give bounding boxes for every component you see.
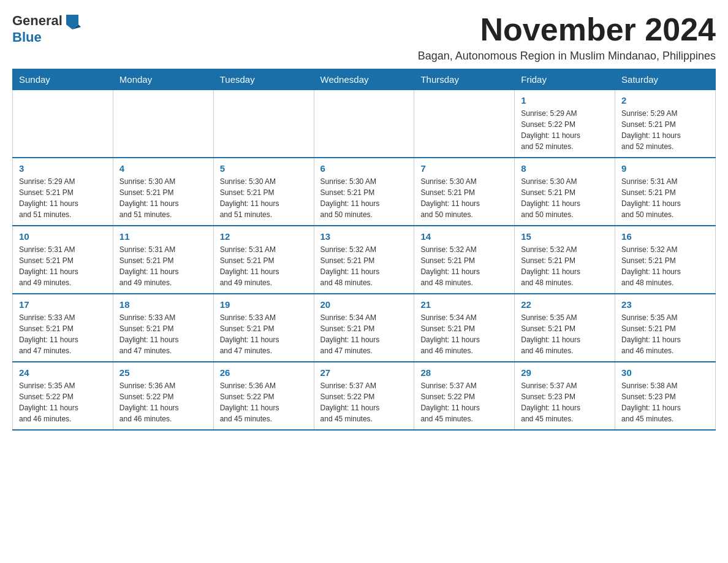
day-cell: 27Sunrise: 5:37 AMSunset: 5:22 PMDayligh… [314,362,414,430]
day-number: 8 [521,163,609,174]
day-number: 21 [420,299,508,310]
day-info: Sunrise: 5:30 AMSunset: 5:21 PMDaylight:… [320,176,408,220]
logo-top-line: General [12,12,81,29]
day-number: 15 [521,231,609,242]
day-info: Sunrise: 5:30 AMSunset: 5:21 PMDaylight:… [220,176,308,220]
subtitle: Bagan, Autonomous Region in Muslim Minda… [418,50,716,63]
day-info: Sunrise: 5:30 AMSunset: 5:21 PMDaylight:… [119,176,207,220]
day-cell: 25Sunrise: 5:36 AMSunset: 5:22 PMDayligh… [113,362,213,430]
calendar-header: SundayMondayTuesdayWednesdayThursdayFrid… [13,69,716,90]
day-number: 17 [19,299,107,310]
day-number: 27 [320,367,408,378]
day-cell: 2Sunrise: 5:29 AMSunset: 5:21 PMDaylight… [615,90,716,158]
day-cell: 7Sunrise: 5:30 AMSunset: 5:21 PMDaylight… [414,158,515,226]
header: General Blue November 2024 Bagan, Autono… [12,12,716,63]
week-row-1: 1Sunrise: 5:29 AMSunset: 5:22 PMDaylight… [13,90,716,158]
day-cell: 24Sunrise: 5:35 AMSunset: 5:22 PMDayligh… [13,362,113,430]
day-cell: 1Sunrise: 5:29 AMSunset: 5:22 PMDaylight… [515,90,615,158]
day-number: 18 [119,299,207,310]
header-cell-saturday: Saturday [615,69,716,90]
day-info: Sunrise: 5:29 AMSunset: 5:21 PMDaylight:… [19,176,107,220]
day-cell: 23Sunrise: 5:35 AMSunset: 5:21 PMDayligh… [615,294,716,362]
day-number: 20 [320,299,408,310]
day-number: 6 [320,163,408,174]
day-cell: 30Sunrise: 5:38 AMSunset: 5:23 PMDayligh… [615,362,716,430]
day-number: 30 [621,367,709,378]
header-cell-sunday: Sunday [13,69,113,90]
day-info: Sunrise: 5:33 AMSunset: 5:21 PMDaylight:… [119,312,207,356]
day-info: Sunrise: 5:32 AMSunset: 5:21 PMDaylight:… [521,244,609,288]
day-cell: 8Sunrise: 5:30 AMSunset: 5:21 PMDaylight… [515,158,615,226]
day-number: 10 [19,231,107,242]
day-number: 14 [420,231,508,242]
day-number: 26 [220,367,308,378]
day-cell: 13Sunrise: 5:32 AMSunset: 5:21 PMDayligh… [314,226,414,294]
calendar-table: SundayMondayTuesdayWednesdayThursdayFrid… [12,69,716,431]
day-cell: 10Sunrise: 5:31 AMSunset: 5:21 PMDayligh… [13,226,113,294]
day-number: 2 [621,95,709,105]
header-cell-tuesday: Tuesday [213,69,314,90]
day-cell: 6Sunrise: 5:30 AMSunset: 5:21 PMDaylight… [314,158,414,226]
day-info: Sunrise: 5:34 AMSunset: 5:21 PMDaylight:… [320,312,408,356]
logo-wrapper: General Blue [12,12,81,45]
month-title: November 2024 [418,12,716,47]
day-number: 29 [521,367,609,378]
day-cell: 15Sunrise: 5:32 AMSunset: 5:21 PMDayligh… [515,226,615,294]
day-cell [414,90,515,158]
day-info: Sunrise: 5:29 AMSunset: 5:22 PMDaylight:… [521,108,609,152]
day-info: Sunrise: 5:35 AMSunset: 5:22 PMDaylight:… [19,380,107,424]
day-cell: 5Sunrise: 5:30 AMSunset: 5:21 PMDaylight… [213,158,314,226]
day-info: Sunrise: 5:37 AMSunset: 5:23 PMDaylight:… [521,380,609,424]
day-number: 28 [420,367,508,378]
day-info: Sunrise: 5:33 AMSunset: 5:21 PMDaylight:… [220,312,308,356]
day-info: Sunrise: 5:31 AMSunset: 5:21 PMDaylight:… [119,244,207,288]
day-cell [213,90,314,158]
day-info: Sunrise: 5:34 AMSunset: 5:21 PMDaylight:… [420,312,508,356]
day-cell: 29Sunrise: 5:37 AMSunset: 5:23 PMDayligh… [515,362,615,430]
day-cell [13,90,113,158]
day-cell: 11Sunrise: 5:31 AMSunset: 5:21 PMDayligh… [113,226,213,294]
day-number: 13 [320,231,408,242]
day-info: Sunrise: 5:30 AMSunset: 5:21 PMDaylight:… [420,176,508,220]
day-cell: 20Sunrise: 5:34 AMSunset: 5:21 PMDayligh… [314,294,414,362]
day-cell: 12Sunrise: 5:31 AMSunset: 5:21 PMDayligh… [213,226,314,294]
day-info: Sunrise: 5:32 AMSunset: 5:21 PMDaylight:… [621,244,709,288]
day-cell: 4Sunrise: 5:30 AMSunset: 5:21 PMDaylight… [113,158,213,226]
day-cell: 17Sunrise: 5:33 AMSunset: 5:21 PMDayligh… [13,294,113,362]
header-cell-thursday: Thursday [414,69,515,90]
day-number: 4 [119,163,207,174]
day-cell: 16Sunrise: 5:32 AMSunset: 5:21 PMDayligh… [615,226,716,294]
day-cell: 26Sunrise: 5:36 AMSunset: 5:22 PMDayligh… [213,362,314,430]
header-cell-monday: Monday [113,69,213,90]
day-info: Sunrise: 5:35 AMSunset: 5:21 PMDaylight:… [621,312,709,356]
day-cell: 22Sunrise: 5:35 AMSunset: 5:21 PMDayligh… [515,294,615,362]
day-info: Sunrise: 5:37 AMSunset: 5:22 PMDaylight:… [420,380,508,424]
day-number: 3 [19,163,107,174]
logo-general: General [12,13,63,29]
logo-blue: Blue [12,29,42,45]
day-cell: 18Sunrise: 5:33 AMSunset: 5:21 PMDayligh… [113,294,213,362]
day-cell [314,90,414,158]
day-info: Sunrise: 5:32 AMSunset: 5:21 PMDaylight:… [320,244,408,288]
day-number: 5 [220,163,308,174]
week-row-5: 24Sunrise: 5:35 AMSunset: 5:22 PMDayligh… [13,362,716,430]
logo-area: General Blue [12,12,81,45]
day-info: Sunrise: 5:36 AMSunset: 5:22 PMDaylight:… [119,380,207,424]
day-number: 22 [521,299,609,310]
day-number: 25 [119,367,207,378]
day-number: 1 [521,95,609,105]
header-row: SundayMondayTuesdayWednesdayThursdayFrid… [13,69,716,90]
day-info: Sunrise: 5:31 AMSunset: 5:21 PMDaylight:… [621,176,709,220]
day-number: 16 [621,231,709,242]
day-info: Sunrise: 5:33 AMSunset: 5:21 PMDaylight:… [19,312,107,356]
week-row-2: 3Sunrise: 5:29 AMSunset: 5:21 PMDaylight… [13,158,716,226]
day-info: Sunrise: 5:31 AMSunset: 5:21 PMDaylight:… [220,244,308,288]
day-number: 12 [220,231,308,242]
day-info: Sunrise: 5:30 AMSunset: 5:21 PMDaylight:… [521,176,609,220]
day-number: 7 [420,163,508,174]
week-row-3: 10Sunrise: 5:31 AMSunset: 5:21 PMDayligh… [13,226,716,294]
day-cell: 28Sunrise: 5:37 AMSunset: 5:22 PMDayligh… [414,362,515,430]
day-info: Sunrise: 5:29 AMSunset: 5:21 PMDaylight:… [621,108,709,152]
day-info: Sunrise: 5:32 AMSunset: 5:21 PMDaylight:… [420,244,508,288]
title-area: November 2024 Bagan, Autonomous Region i… [418,12,716,63]
